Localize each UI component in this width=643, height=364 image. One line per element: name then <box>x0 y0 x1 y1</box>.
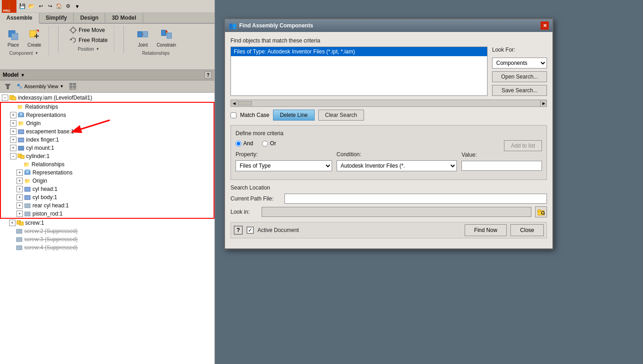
or-radio-label[interactable]: Or <box>262 140 276 147</box>
find-now-button[interactable]: Find Now <box>465 224 507 236</box>
undo-icon[interactable]: ↩ <box>37 2 45 11</box>
svg-rect-15 <box>161 30 166 36</box>
component-group-label[interactable]: Component ▼ <box>9 51 38 56</box>
tree-node-10[interactable]: + 📁 Origin <box>1 177 214 185</box>
joint-label: Joint <box>138 42 148 47</box>
value-input[interactable] <box>461 161 542 171</box>
tree-node-12[interactable]: + cyl body:1 <box>1 193 214 201</box>
current-path-input[interactable] <box>284 194 547 204</box>
look-in-input[interactable]: C:\Autodesk Inventor 2015 Intro Class Fi… <box>262 207 531 217</box>
active-doc-checkbox[interactable]: ✓ <box>246 227 254 234</box>
tree-node-2[interactable]: + Representations <box>1 111 214 119</box>
svg-rect-38 <box>26 170 29 174</box>
expand-10[interactable]: + <box>16 178 23 184</box>
clear-search-button[interactable]: Clear Search <box>318 110 364 121</box>
tree-node-8[interactable]: 📁 Relationships <box>1 160 214 169</box>
expand-4[interactable]: + <box>10 128 16 135</box>
tree-node-7[interactable]: − cylinder:1 <box>1 152 214 160</box>
criteria-listbox[interactable]: Files of Type: Autodesk Inventor Files (… <box>230 47 488 96</box>
tab-design[interactable]: Design <box>74 13 105 23</box>
root-expand[interactable]: − <box>2 95 8 101</box>
add-to-list-button[interactable]: Add to list <box>504 140 542 151</box>
assembly-view-item[interactable]: Assembly View ▼ <box>15 82 65 90</box>
expand-2[interactable]: + <box>10 112 16 118</box>
scroll-left-btn[interactable]: ◀ <box>231 100 237 106</box>
tab-3dmodel[interactable]: 3D Model <box>105 13 143 23</box>
browse-button[interactable] <box>535 206 547 217</box>
and-radio[interactable] <box>236 141 241 147</box>
model-help-button[interactable]: ? <box>204 71 212 79</box>
expand-11[interactable]: + <box>16 186 23 192</box>
dialog-help-button[interactable]: ? <box>234 226 243 235</box>
model-dropdown-arrow[interactable]: ▼ <box>21 73 25 78</box>
expand-6[interactable]: + <box>10 145 16 151</box>
tree-node-1[interactable]: 📁 Relationships <box>1 103 214 111</box>
tree-node-3[interactable]: + 📁 Origin <box>1 119 214 127</box>
scroll-thumb[interactable] <box>238 101 252 106</box>
scroll-right-btn[interactable]: ▶ <box>540 100 547 106</box>
svg-rect-33 <box>18 138 24 142</box>
tab-assemble[interactable]: Assemble <box>0 13 39 24</box>
close-button[interactable]: Close <box>510 224 544 236</box>
tree-node-4[interactable]: + escapement base:1 <box>1 127 214 136</box>
tree-node-5[interactable]: + index finger:1 <box>1 136 214 144</box>
look-for-select[interactable]: Components <box>492 58 547 69</box>
component-dropdown-arrow: ▼ <box>35 51 38 55</box>
active-document-row: ? ✓ Active Document Find Now Close <box>230 222 547 238</box>
svg-rect-13 <box>143 32 148 37</box>
constrain-button[interactable]: Constrain <box>154 26 178 49</box>
expand-3[interactable]: + <box>10 120 16 127</box>
property-select[interactable]: Files of Type <box>236 160 332 171</box>
home-icon[interactable]: 🏠 <box>55 2 63 11</box>
svg-rect-32 <box>18 130 24 134</box>
condition-select[interactable]: Autodesk Inventor Files (*. <box>337 160 457 171</box>
dialog-close-button[interactable]: ✕ <box>541 21 549 30</box>
tree-node-9[interactable]: + Representations <box>1 169 214 177</box>
delete-line-button[interactable]: Delete Line <box>273 110 315 121</box>
save-icon[interactable]: 💾 <box>18 2 27 11</box>
settings-icon[interactable]: ⚙ <box>64 2 72 11</box>
tree-root-node[interactable]: − indexassy.iam (LevelofDetail1) <box>0 94 214 102</box>
expand-13[interactable]: + <box>16 202 23 209</box>
position-group-label[interactable]: Position ▼ <box>78 47 100 52</box>
match-case-checkbox[interactable] <box>230 112 236 118</box>
more-icon[interactable]: ▼ <box>73 2 81 11</box>
create-button[interactable]: Create <box>25 26 44 49</box>
tree-node-11[interactable]: + cyl head:1 <box>1 185 214 193</box>
place-button[interactable]: Place <box>4 26 23 49</box>
ribbon-buttons-relationships: Joint Constrain <box>133 26 178 49</box>
or-radio[interactable] <box>262 141 268 147</box>
joint-button[interactable]: Joint <box>133 26 152 49</box>
criteria-scrollbar[interactable]: ◀ ▶ <box>230 100 547 107</box>
ribbon-buttons-component: Place Create <box>4 26 44 49</box>
free-rotate-button[interactable]: Free Rotate <box>68 36 109 45</box>
tab-simplify[interactable]: Simplify <box>39 13 74 23</box>
and-radio-label[interactable]: And <box>236 140 253 147</box>
tree-node-16[interactable]: screw:2 (Suppressed) <box>0 227 214 235</box>
open-search-button[interactable]: Open Search... <box>492 71 547 82</box>
expand-7[interactable]: − <box>10 153 16 159</box>
tree-node-15[interactable]: + screw:1 <box>0 219 214 227</box>
find-button[interactable] <box>67 82 78 91</box>
part-icon-4 <box>17 128 25 135</box>
tree-node-13[interactable]: + rear cyl head:1 <box>1 201 214 210</box>
expand-9[interactable]: + <box>16 169 23 176</box>
expand-12[interactable]: + <box>16 194 23 200</box>
tree-node-14[interactable]: + piston_rod:1 <box>1 210 214 218</box>
expand-5[interactable]: + <box>10 137 16 143</box>
create-label: Create <box>27 42 41 47</box>
free-move-button[interactable]: Free Move <box>68 26 109 35</box>
expand-14[interactable]: + <box>16 211 23 217</box>
open-icon[interactable]: 📂 <box>27 2 36 11</box>
tree-node-18[interactable]: screw:4 (Suppressed) <box>0 243 214 252</box>
tree-node-6[interactable]: + cyl mount:1 <box>1 144 214 152</box>
tree-node-17[interactable]: screw:3 (Suppressed) <box>0 235 214 243</box>
radio-row: And Or <box>236 140 276 147</box>
svg-marker-11 <box>70 39 72 40</box>
redo-icon[interactable]: ↪ <box>46 2 54 11</box>
expand-15[interactable]: + <box>9 220 16 226</box>
save-search-button[interactable]: Save Search... <box>492 85 547 96</box>
criteria-item-selected[interactable]: Files of Type: Autodesk Inventor Files (… <box>231 47 487 56</box>
assembly-view-dropdown[interactable]: ▼ <box>59 84 64 89</box>
filter-button[interactable] <box>3 82 13 90</box>
